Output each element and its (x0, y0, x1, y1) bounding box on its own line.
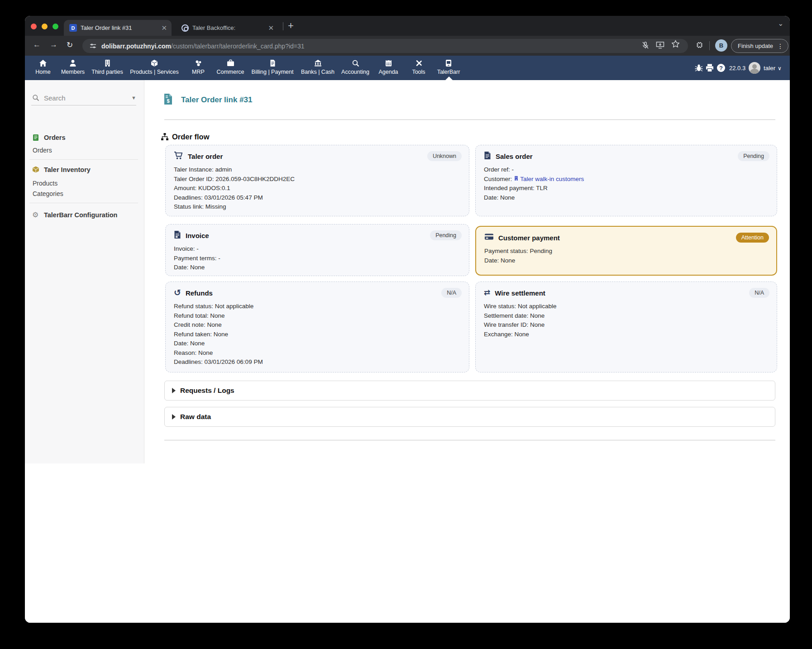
finish-update-button[interactable]: Finish update ⋮ (731, 39, 788, 53)
card-title: Refunds (186, 289, 213, 297)
card-field: Amount: KUDOS:0.1 (174, 184, 461, 193)
raw-data-label: Raw data (180, 413, 211, 421)
close-tab-icon[interactable]: ✕ (268, 24, 274, 32)
bottom-divider (164, 440, 775, 440)
dolibarr-top-menu: Home Members Third parties Products | Se… (25, 56, 790, 80)
search-input[interactable]: Search (44, 94, 66, 102)
card-customer-payment: Customer payment Attention Payment statu… (475, 226, 777, 276)
card-invoice: Invoice Pending Invoice: -Payment terms:… (165, 224, 469, 276)
browser-toolbar: ← → ↻ dolibarr.potuzhnyi.com/custom/tale… (25, 36, 790, 56)
gear-icon: ⚙ (32, 210, 38, 219)
help-icon[interactable]: ? (716, 63, 726, 74)
finish-update-label: Finish update (738, 43, 773, 49)
bug-report-icon[interactable] (694, 63, 703, 74)
sidebar-item-products[interactable]: Products (33, 180, 57, 187)
sidebar-heading-orders[interactable]: Orders (44, 134, 66, 141)
site-settings-icon[interactable] (90, 43, 96, 49)
gold-box-icon (32, 166, 39, 175)
taler-favicon-icon (182, 24, 189, 32)
extensions-icon[interactable] (695, 41, 703, 52)
user-name-label[interactable]: taler (764, 65, 775, 72)
sidebar-heading-talerbarr-configuration[interactable]: TalerBarr Configuration (44, 211, 117, 219)
back-button[interactable]: ← (33, 40, 41, 49)
card-field: Refund taken: None (174, 330, 461, 339)
card-field: Order ref: - (484, 165, 769, 175)
card-field: Date: None (174, 263, 461, 272)
reload-button[interactable]: ↻ (67, 40, 73, 50)
card-field: Taler Order ID: 2026.059-03C8HK2DDH2EC (174, 175, 461, 184)
sidebar-item-categories[interactable]: Categories (33, 190, 63, 197)
version-label: 22.0.3 (729, 65, 745, 72)
user-avatar[interactable] (749, 62, 760, 74)
status-badge: Pending (430, 230, 462, 240)
status-badge: N/A (441, 288, 462, 298)
forward-button[interactable]: → (50, 40, 57, 49)
menu-talerbarr[interactable]: TalerBarr (424, 58, 473, 75)
search-underline (31, 105, 136, 105)
card-sales-order: Sales order Pending Order ref: -Customer… (475, 145, 777, 216)
search-icon (32, 94, 39, 103)
card-field: Intended payment: TLR (484, 184, 769, 193)
menu-third-parties[interactable]: Third parties (82, 58, 132, 75)
page-title-icon: $ (164, 93, 172, 107)
user-chevron-down-icon[interactable]: ∨ (778, 65, 782, 72)
card-field: Refund total: None (174, 311, 461, 321)
card-field: Invoice: - (174, 244, 461, 254)
card-field: Date: None (174, 339, 461, 348)
profile-avatar[interactable]: B (715, 39, 727, 52)
card-field: Payment terms: - (174, 254, 461, 263)
left-sidebar: Search ▼ Orders Orders Taler Inventory P… (25, 80, 144, 463)
status-badge: Pending (738, 151, 769, 161)
expand-triangle-icon[interactable] (172, 414, 176, 420)
card-field: Wire transfer ID: None (484, 320, 769, 330)
title-divider (164, 119, 775, 120)
tab-title: Taler Order link #31 (81, 24, 158, 31)
transfer-arrows-icon: ⇄ (484, 289, 490, 297)
product-box-icon (129, 58, 179, 67)
dolibarr-favicon-icon: D (69, 24, 77, 32)
browser-window: D Taler Order link #31 ✕ Taler Backoffic… (25, 16, 790, 623)
requests-logs-section[interactable]: Requests / Logs (164, 381, 775, 401)
card-refunds: ↺ Refunds N/A Refund status: Not applica… (165, 282, 469, 372)
install-app-icon[interactable] (656, 41, 664, 51)
new-tab-button[interactable]: + (288, 20, 294, 32)
tab-separator (283, 22, 283, 30)
sidebar-item-orders[interactable]: Orders (33, 147, 52, 154)
print-icon[interactable] (705, 63, 714, 74)
chrome-menu-icon[interactable]: ⋮ (777, 43, 783, 50)
raw-data-section[interactable]: Raw data (164, 407, 775, 427)
invoice-icon (174, 230, 181, 241)
search-dropdown-caret-icon[interactable]: ▼ (131, 95, 136, 100)
expand-triangle-icon[interactable] (172, 388, 176, 393)
card-field: Wire status: Not applicable (484, 302, 769, 311)
sidebar-divider (29, 159, 138, 160)
maximize-window-button[interactable] (53, 24, 58, 29)
active-menu-caret (445, 76, 453, 80)
talerbarr-icon (424, 58, 473, 67)
card-taler-order: Taler order Unknown Taler Instance: admi… (165, 145, 469, 216)
card-wire-settlement: ⇄ Wire settlement N/A Wire status: Not a… (475, 282, 777, 372)
minimize-window-button[interactable] (42, 24, 48, 29)
tab-search-chevron-icon[interactable]: ⌄ (778, 19, 783, 28)
menu-products-services[interactable]: Products | Services (129, 58, 179, 75)
url-text: dolibarr.potuzhnyi.com/custom/talerbarr/… (101, 43, 305, 50)
mic-blocked-icon[interactable] (641, 41, 650, 51)
status-badge: Unknown (427, 151, 462, 161)
card-title: Sales order (496, 153, 533, 160)
customer-link[interactable]: Taler walk-in customers (520, 176, 584, 182)
order-flow-heading: Order flow (172, 133, 210, 141)
menu-billing-payment[interactable]: Billing | Payment (248, 58, 297, 75)
card-field: Date: None (484, 256, 768, 266)
tab-taler-order-link[interactable]: D Taler Order link #31 ✕ (64, 20, 172, 36)
card-title: Invoice (186, 232, 209, 239)
close-tab-icon[interactable]: ✕ (161, 24, 167, 32)
address-bar[interactable]: dolibarr.potuzhnyi.com/custom/talerbarr/… (82, 39, 688, 53)
green-document-icon (33, 134, 39, 143)
bookmark-star-icon[interactable] (671, 40, 680, 50)
close-window-button[interactable] (31, 24, 37, 29)
bill-icon (248, 58, 297, 67)
card-title: Taler order (188, 153, 223, 160)
card-field: Reason: None (174, 348, 461, 358)
tab-taler-backoffice[interactable]: Taler Backoffice: ✕ (176, 20, 278, 36)
sidebar-heading-taler-inventory[interactable]: Taler Inventory (44, 166, 91, 173)
